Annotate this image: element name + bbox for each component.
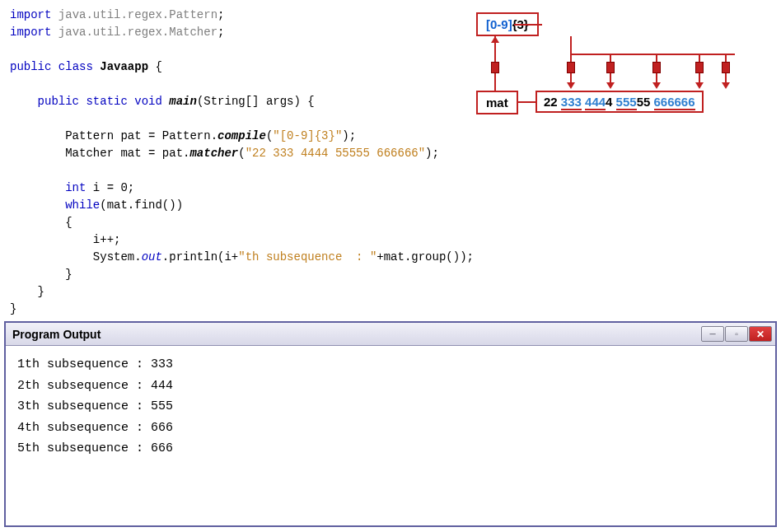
kw-public: public — [38, 95, 79, 108]
maximize-button[interactable]: ▫ — [725, 326, 748, 342]
sys: System. — [93, 250, 142, 264]
output-window: Program Output ─ ▫ ✕ 1th subsequence : 3… — [4, 321, 777, 527]
connector-icon — [567, 62, 575, 73]
mat-decl: mat = pat. — [120, 147, 189, 160]
output-line: 1th subsequence : 333 — [17, 354, 764, 376]
pkg: java.util.regex.Pattern — [58, 8, 217, 21]
kw-while: while — [65, 198, 100, 212]
type-pattern: Pattern — [65, 129, 114, 142]
kw-int: int — [65, 181, 86, 194]
unmatch: 22 — [544, 95, 561, 109]
line — [570, 36, 572, 54]
output-line: 2th subsequence : 444 — [17, 376, 764, 397]
output-line: 4th subsequence : 666 — [17, 418, 764, 439]
method-main: main — [169, 95, 197, 108]
match: 333 — [561, 95, 582, 110]
kw-public: public — [10, 60, 51, 73]
connector-icon — [652, 62, 661, 73]
method-compile: compile — [217, 129, 266, 142]
kw-import: import — [10, 26, 51, 39]
output-body: 1th subsequence : 333 2th subsequence : … — [6, 346, 775, 468]
regex-bracket: [0-9] — [486, 17, 512, 31]
regex-diagram: pat [0-9]{3} mat 22 333 4444 55555 66666… — [476, 12, 756, 128]
output-title: Program Output — [12, 328, 701, 341]
mat-label: mat — [486, 96, 508, 110]
arrow-down-icon — [567, 82, 575, 89]
close-button[interactable]: ✕ — [749, 326, 772, 342]
minimize-button[interactable]: ─ — [701, 326, 724, 342]
connector-icon — [695, 62, 704, 73]
window-buttons: ─ ▫ ✕ — [701, 326, 772, 342]
connector-icon — [722, 62, 730, 73]
line — [517, 101, 535, 103]
while-cond: (mat.find()) — [100, 198, 183, 212]
kw-static: static — [86, 95, 127, 108]
match: 666 — [675, 95, 695, 110]
arrow-down-icon — [695, 82, 704, 89]
inc: i++; — [93, 233, 121, 246]
match: 444 — [585, 95, 606, 110]
output-titlebar: Program Output ─ ▫ ✕ — [6, 323, 775, 346]
method-matcher: matcher — [189, 147, 238, 160]
i-init: i = 0; — [93, 181, 134, 194]
line — [570, 54, 735, 55]
match-string-box: 22 333 4444 55555 666666 — [535, 91, 704, 113]
connector-icon — [606, 62, 615, 73]
connector-icon — [491, 62, 499, 73]
code-editor: import java.util.regex.Pattern; import j… — [0, 0, 781, 313]
field-out: out — [142, 250, 162, 264]
pat-decl: pat = Pattern. — [120, 129, 217, 142]
main-args: (String[] args) { — [197, 95, 315, 108]
arrow-up-icon — [491, 36, 499, 43]
kw-class: class — [58, 60, 93, 73]
kw-void: void — [134, 95, 162, 108]
str-input: "22 333 4444 55555 666666" — [246, 147, 425, 160]
line — [514, 24, 542, 26]
kw-import: import — [10, 8, 51, 21]
match: 666 — [654, 95, 675, 110]
type-matcher: Matcher — [65, 147, 114, 160]
arrow-down-icon — [606, 82, 615, 89]
match: 555 — [616, 95, 637, 110]
arrow-down-icon — [652, 82, 661, 89]
arrow-down-icon — [722, 82, 730, 89]
str-regex: "[0-9]{3}" — [273, 129, 342, 142]
class-name: Javaapp — [100, 60, 148, 73]
output-line: 3th subsequence : 555 — [17, 396, 764, 418]
unmatch: 55 — [637, 95, 654, 109]
str-label: "th subsequence : " — [238, 250, 376, 264]
pkg: java.util.regex.Matcher — [58, 26, 217, 39]
println-end: +mat.group()); — [376, 250, 474, 264]
unmatch: 4 — [606, 95, 616, 109]
output-line: 5th subsequence : 666 — [17, 438, 764, 460]
mat-box: mat — [476, 91, 518, 114]
println: .println(i+ — [162, 250, 238, 264]
